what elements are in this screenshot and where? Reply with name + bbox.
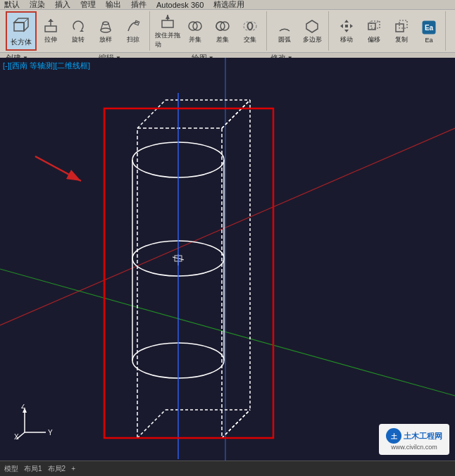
polygon-tool[interactable]: 多边形 (299, 11, 325, 51)
copy-icon (393, 18, 410, 35)
rotate-label: 旋转 (72, 35, 85, 44)
loft-icon (97, 18, 114, 35)
statusbar: 模型 布局1 布局2 + (0, 461, 455, 476)
sweep-icon (125, 18, 142, 35)
menu-autodesk360[interactable]: Autodesk 360 (156, 1, 204, 9)
union-icon (187, 18, 204, 35)
draw-group: 圆弧 多边形 (268, 11, 329, 51)
svg-rect-30 (368, 23, 375, 30)
drawing-area[interactable]: [-][西南 等轴测][二维线框] Z Y X (0, 58, 455, 461)
status-layout1[interactable]: 布局1 (24, 464, 42, 474)
move-label: 移动 (340, 35, 353, 44)
svg-line-62 (35, 156, 81, 181)
svg-text:Z: Z (21, 404, 25, 410)
svg-rect-38 (0, 58, 455, 461)
sweep-tool[interactable]: 扫掠 (120, 11, 147, 51)
pressmove-label: 按住并拖动 (155, 31, 180, 49)
svg-marker-24 (306, 20, 318, 32)
polygon-icon (304, 18, 320, 35)
svg-marker-25 (344, 20, 349, 23)
svg-line-4 (24, 18, 28, 23)
copy-label: 复制 (395, 35, 408, 44)
svg-text:土: 土 (391, 433, 398, 440)
loft-label: 放样 (99, 35, 112, 44)
union-label: 并集 (189, 35, 201, 44)
offset-tool[interactable]: 偏移 (361, 11, 387, 51)
svg-rect-29 (345, 25, 348, 27)
view-label: [-][西南 等轴测][二维线框] (3, 61, 90, 71)
extrude-icon (42, 18, 59, 35)
svg-text:X: X (14, 433, 19, 439)
watermark-icon: 土 (386, 428, 401, 444)
sweep-label: 扫掠 (127, 35, 139, 44)
box-tool[interactable]: 长方体 (6, 11, 37, 51)
create-group: 长方体 拉伸 (3, 11, 150, 51)
watermark-url: www.civilcn.com (391, 444, 437, 451)
arrow-annotation (21, 142, 99, 201)
menu-default[interactable]: 默认 (4, 0, 20, 10)
svg-rect-0 (14, 23, 24, 31)
menu-featured[interactable]: 精选应用 (213, 0, 244, 10)
move-icon (338, 18, 355, 35)
copy-tool[interactable]: 复制 (388, 11, 415, 51)
arc-icon (276, 18, 293, 35)
loft-tool[interactable]: 放样 (92, 11, 119, 51)
scene-svg (0, 58, 455, 461)
menu-bar: 默认 渲染 插入 管理 输出 插件 Autodesk 360 精选应用 (0, 0, 455, 10)
offset-label: 偏移 (368, 35, 380, 44)
toolbar-icons: 长方体 拉伸 (0, 10, 455, 52)
polygon-label: 多边形 (303, 35, 322, 44)
watermark-site-text: 土木工程网 (404, 431, 442, 441)
svg-marker-27 (340, 24, 343, 28)
svg-marker-28 (350, 24, 353, 28)
watermark-logo: 土 土木工程网 (386, 428, 442, 444)
ea-label: Ea (425, 37, 432, 44)
menu-render[interactable]: 渲染 (30, 0, 45, 10)
status-model[interactable]: 模型 (4, 464, 18, 474)
svg-point-9 (101, 28, 111, 32)
ea-icon: Ea (420, 19, 437, 36)
svg-marker-7 (48, 19, 54, 22)
svg-marker-26 (344, 30, 349, 32)
svg-text:Y: Y (48, 429, 53, 437)
edit-group: 按住并拖动 并集 (151, 11, 267, 51)
intersect-label: 交集 (244, 35, 256, 44)
status-layout2[interactable]: 布局2 (48, 464, 66, 474)
subtract-label: 差集 (216, 35, 229, 44)
toolbar: 默认 渲染 插入 管理 输出 插件 Autodesk 360 精选应用 (0, 0, 455, 58)
rotate-icon (70, 18, 87, 35)
ea-tool[interactable]: Ea Ea (416, 11, 442, 51)
modify-group: 移动 偏移 (330, 11, 446, 51)
menu-manage[interactable]: 管理 (80, 0, 96, 10)
svg-point-10 (103, 22, 108, 25)
svg-text:Ea: Ea (425, 24, 434, 32)
svg-rect-5 (45, 26, 56, 32)
intersect-icon (242, 18, 258, 35)
move-tool[interactable]: 移动 (333, 11, 360, 51)
watermark: 土 土木工程网 www.civilcn.com (379, 424, 449, 455)
union-tool[interactable]: 并集 (182, 11, 208, 51)
rotate-tool[interactable]: 旋转 (65, 11, 92, 51)
pressmove-tool[interactable]: 按住并拖动 (154, 11, 181, 51)
arc-label: 圆弧 (278, 35, 291, 44)
box-icon (11, 15, 32, 36)
svg-rect-14 (162, 20, 173, 27)
subtract-tool[interactable]: 差集 (209, 11, 236, 51)
offset-icon (366, 18, 382, 35)
menu-output[interactable]: 输出 (106, 0, 121, 10)
status-add[interactable]: + (71, 465, 75, 472)
arc-tool[interactable]: 圆弧 (271, 11, 298, 51)
box-tool-label: 长方体 (11, 37, 32, 47)
pressmove-icon (159, 13, 176, 30)
extrude-label: 拉伸 (44, 35, 57, 44)
subtract-icon (214, 18, 231, 35)
svg-marker-8 (80, 30, 84, 32)
menu-plugin[interactable]: 插件 (131, 0, 147, 10)
extrude-tool[interactable]: 拉伸 (37, 11, 64, 51)
intersect-tool[interactable]: 交集 (237, 11, 263, 51)
axes-indicator: Z Y X (14, 404, 56, 439)
menu-insert[interactable]: 插入 (55, 0, 70, 10)
